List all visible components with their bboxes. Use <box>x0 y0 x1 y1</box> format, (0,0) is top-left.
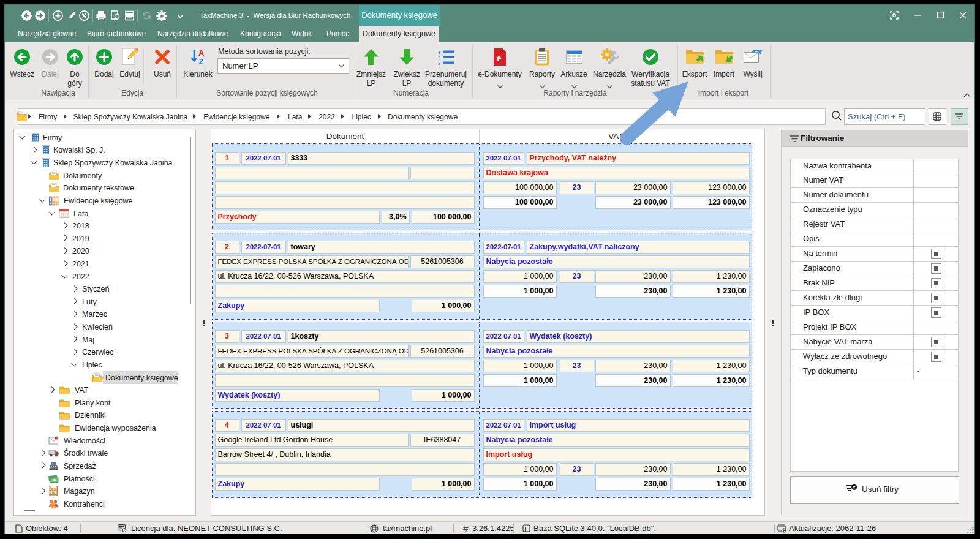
svg-text:2: 2 <box>438 55 441 61</box>
svg-text:Z: Z <box>199 57 204 66</box>
svg-text:1: 1 <box>438 50 441 55</box>
svg-text:A: A <box>198 48 205 58</box>
svg-text:3: 3 <box>438 61 441 66</box>
svg-text:e: e <box>497 53 501 63</box>
